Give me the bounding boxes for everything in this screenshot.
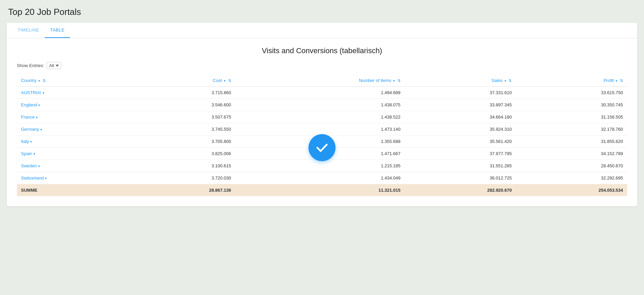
- cell-number-of_items: 1.473.140: [235, 123, 405, 135]
- cell-country[interactable]: France ▾: [17, 111, 132, 123]
- cell-sales: 37.331.610: [405, 87, 516, 99]
- summe-cell-2: 282.920.670: [405, 184, 516, 196]
- show-entries-label: Show Entries:: [17, 63, 44, 68]
- summe-cell-0: 28.867.136: [132, 184, 235, 196]
- summe-label: SUMME: [17, 184, 132, 196]
- tab-table[interactable]: TABLE: [45, 23, 70, 38]
- cell-country[interactable]: Spain ▾: [17, 148, 132, 160]
- cell-profit: 30.350.745: [516, 99, 627, 111]
- sales-dropdown-icon: ▾: [505, 79, 506, 83]
- cost-dropdown-icon: ▾: [224, 79, 226, 83]
- main-card: TIMELINE TABLE Visits and Conversions (t…: [7, 23, 637, 206]
- table-row: Sweden ▾3.100.6151.215.18531.551.28528.4…: [17, 160, 627, 172]
- cell-number-of_items: 1.438.075: [235, 99, 405, 111]
- cell-country[interactable]: Italy ▾: [17, 135, 132, 148]
- page-title: Top 20 Job Portals: [7, 7, 637, 17]
- cell-profit: 33.615.750: [516, 87, 627, 99]
- table-row: France ▾3.507.6751.438.52234.664.18031.1…: [17, 111, 627, 123]
- table-header-row: Country ▾ ⇅ Cost ▾ ⇅ Number of items ▾ ⇅: [17, 75, 627, 87]
- cell-cost: 3.720.030: [132, 172, 235, 184]
- cell-sales: 33.897.345: [405, 99, 516, 111]
- summe-cell-1: 11.321.015: [235, 184, 405, 196]
- cell-cost: 3.745.550: [132, 123, 235, 135]
- cell-cost: 3.825.006: [132, 148, 235, 160]
- show-entries-row: Show Entries: All 10 25 50: [17, 62, 627, 69]
- sales-sort-icon[interactable]: ⇅: [509, 79, 512, 83]
- cell-number-of_items: 1.355.688: [235, 135, 405, 148]
- summe-cell-3: 254.053.534: [516, 184, 627, 196]
- country-dropdown-icon: ▾: [38, 79, 40, 83]
- cell-profit: 31.855.620: [516, 135, 627, 148]
- cell-sales: 31.551.285: [405, 160, 516, 172]
- profit-dropdown-icon: ▾: [616, 79, 617, 83]
- cell-sales: 36.012.725: [405, 172, 516, 184]
- cell-profit: 32.178.760: [516, 123, 627, 135]
- country-sort-icon[interactable]: ⇅: [43, 79, 46, 83]
- cell-number-of_items: 1.434.049: [235, 172, 405, 184]
- table-container: Visits and Conversions (tabellarisch) Sh…: [7, 38, 637, 206]
- col-header-cost[interactable]: Cost ▾ ⇅: [132, 75, 235, 87]
- cell-sales: 35.924.310: [405, 123, 516, 135]
- cell-cost: 3.546.600: [132, 99, 235, 111]
- table-row: England ▾3.546.6001.438.07533.897.34530.…: [17, 99, 627, 111]
- cell-profit: 31.156.505: [516, 111, 627, 123]
- table-row: AUSTRIA! ▾3.715.8601.494.68937.331.61033…: [17, 87, 627, 99]
- col-label-cost: Cost: [213, 78, 222, 83]
- cell-cost: 3.715.860: [132, 87, 235, 99]
- cost-sort-icon[interactable]: ⇅: [228, 79, 231, 83]
- table-row: Switzerland ▾3.720.0301.434.04936.012.72…: [17, 172, 627, 184]
- cell-country[interactable]: Sweden ▾: [17, 160, 132, 172]
- cell-profit: 34.152.789: [516, 148, 627, 160]
- tab-timeline[interactable]: TIMELINE: [12, 23, 45, 38]
- number-of-items-dropdown-icon: ▾: [393, 79, 395, 83]
- tab-bar: TIMELINE TABLE: [7, 23, 637, 38]
- col-header-sales[interactable]: Sales ▾ ⇅: [405, 75, 516, 87]
- col-header-number-of-items[interactable]: Number of items ▾ ⇅: [235, 75, 405, 87]
- cell-country[interactable]: England ▾: [17, 99, 132, 111]
- cell-sales: 34.664.180: [405, 111, 516, 123]
- cell-number-of_items: 1.494.689: [235, 87, 405, 99]
- table-row: Spain ▾3.825.0061.471.66737.977.79534.15…: [17, 148, 627, 160]
- show-entries-select[interactable]: All 10 25 50: [47, 62, 61, 69]
- summe-row: SUMME28.867.13611.321.015282.920.670254.…: [17, 184, 627, 196]
- table-title: Visits and Conversions (tabellarisch): [17, 46, 627, 55]
- profit-sort-icon[interactable]: ⇅: [620, 79, 623, 83]
- col-label-country: Country: [21, 78, 37, 83]
- cell-profit: 28.450.670: [516, 160, 627, 172]
- col-label-sales: Sales: [492, 78, 503, 83]
- data-table: Country ▾ ⇅ Cost ▾ ⇅ Number of items ▾ ⇅: [17, 75, 627, 196]
- cell-sales: 35.561.420: [405, 135, 516, 148]
- cell-profit: 32.292.695: [516, 172, 627, 184]
- cell-number-of_items: 1.215.185: [235, 160, 405, 172]
- table-row: Italy ▾3.705.8001.355.68835.561.42031.85…: [17, 135, 627, 148]
- cell-number-of_items: 1.438.522: [235, 111, 405, 123]
- col-label-number-of-items: Number of items: [359, 78, 391, 83]
- col-header-profit[interactable]: Profit ▾ ⇅: [516, 75, 627, 87]
- cell-country[interactable]: Germany ▾: [17, 123, 132, 135]
- col-header-country[interactable]: Country ▾ ⇅: [17, 75, 132, 87]
- cell-country[interactable]: AUSTRIA! ▾: [17, 87, 132, 99]
- cell-cost: 3.100.615: [132, 160, 235, 172]
- cell-cost: 3.507.675: [132, 111, 235, 123]
- cell-cost: 3.705.800: [132, 135, 235, 148]
- table-row: Germany ▾3.745.5501.473.14035.924.31032.…: [17, 123, 627, 135]
- cell-country[interactable]: Switzerland ▾: [17, 172, 132, 184]
- number-of-items-sort-icon[interactable]: ⇅: [398, 79, 401, 83]
- cell-sales: 37.977.795: [405, 148, 516, 160]
- cell-number-of_items: 1.471.667: [235, 148, 405, 160]
- col-label-profit: Profit: [603, 78, 614, 83]
